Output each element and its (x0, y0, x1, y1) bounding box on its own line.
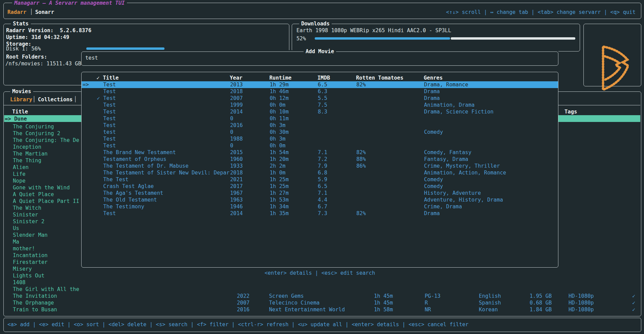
tab-collections[interactable]: Collections (38, 96, 73, 103)
result-cell-year: 0 (230, 142, 233, 149)
cell-certification: PG-13 (425, 293, 441, 299)
result-cell-genres: Drama (424, 95, 440, 102)
results-header-title: Title (103, 75, 119, 81)
library-list-item[interactable]: Alien (13, 164, 29, 171)
monitored-checkmark-icon: ✓ (632, 293, 635, 299)
library-list-item[interactable]: Sinister (13, 211, 38, 218)
result-cell-title: Test (103, 108, 116, 115)
result-cell-year: 2013 (230, 81, 243, 88)
cell-quality: HD-1080p (569, 306, 594, 313)
library-list-item[interactable]: Us (13, 225, 19, 232)
library-table-row[interactable]: 2022Screen Gems1h 45mPG-13English1.95 GB… (0, 293, 644, 299)
movies-tab-separator-1: │ (32, 96, 36, 103)
result-cell-year: 1933 (230, 163, 243, 169)
results-row[interactable]: Test20181h 46m6.3Drama (82, 88, 558, 95)
library-list-item[interactable]: Inception (13, 144, 41, 150)
result-cell-year: 2018 (230, 169, 243, 176)
library-list-item[interactable]: Sinister 2 (13, 218, 44, 225)
result-cell-runtime: 0h 30m (270, 129, 289, 135)
library-list-item[interactable]: Incantation (13, 252, 48, 259)
result-cell-year: 2021 (230, 176, 243, 183)
library-table-row[interactable]: 2016Next Entertainment World1h 58mNRKore… (0, 306, 644, 313)
library-list-item[interactable]: Slender Man (13, 232, 48, 238)
results-row[interactable]: The Testament of Sister New Devil: Depar… (82, 169, 558, 176)
results-row[interactable]: The Aga's Testament19671h 27m7.1History,… (82, 190, 558, 196)
stats-disk-label: Disk 1: 56% (6, 45, 41, 52)
library-list-item[interactable]: Gone with the Wind (13, 184, 70, 191)
results-row[interactable]: Testament of Orpheus19601h 20m7.288%Fant… (82, 156, 558, 163)
cell-year: 2016 (237, 306, 249, 313)
result-cell-genres: Crime, Drama (424, 203, 462, 210)
library-list-item[interactable]: Nope (13, 178, 25, 184)
result-cell-title: Test (103, 95, 116, 102)
results-row[interactable]: The Old Testament19631h 53m4.4Adventure,… (82, 196, 558, 203)
results-row[interactable]: The Brand New Testament20151h 54m7.182%C… (82, 149, 558, 156)
library-list-item[interactable]: The Conjuring (13, 123, 54, 130)
results-row[interactable]: Test00h 11m (82, 115, 558, 122)
library-list-item[interactable]: Firestarter (13, 259, 48, 266)
tab-sonarr[interactable]: Sonarr (35, 9, 54, 16)
result-cell-genres: Adventure, History, Drama (424, 196, 503, 203)
cell-certification: NR (425, 306, 431, 313)
library-list-item[interactable]: Ma (13, 238, 19, 245)
results-header-imdb: IMDB (317, 75, 330, 81)
library-list-item[interactable]: A Quiet Place Part II (13, 198, 79, 205)
results-row[interactable]: Crash Test Aglae20171h 25m6.5Comedy (82, 183, 558, 190)
result-cell-imdb: 5.9 (318, 176, 327, 183)
results-row[interactable]: Test20160h 3m (82, 122, 558, 129)
results-row[interactable]: Test20141h 35m7.382%Drama (82, 210, 558, 217)
result-cell-year: 1988 (230, 135, 243, 142)
results-row[interactable]: test00h 30mComedy (82, 129, 558, 135)
library-list-item[interactable]: Life (13, 171, 25, 178)
add-movie-popup: Add Movie test ✓TitleYearRuntimeIMDBRott… (81, 50, 558, 292)
cell-size: 1.95 GB (530, 293, 552, 299)
result-cell-title: Test (103, 122, 116, 129)
result-cell-title: Test (103, 142, 116, 149)
library-list-item[interactable]: The Witch (13, 205, 41, 211)
monitored-checkmark-icon: ✓ (632, 299, 635, 306)
cell-size: 0.68 GB (530, 299, 552, 306)
result-cell-title: test (103, 129, 116, 135)
results-row[interactable]: Test19880h 3m (82, 135, 558, 142)
result-cell-title: The Test (103, 176, 129, 183)
cell-language: English (479, 293, 501, 299)
result-cell-runtime: 0h 3m (270, 135, 286, 142)
library-list-item[interactable]: The Girl with All the (13, 286, 79, 293)
add-movie-search-input[interactable]: test (85, 55, 98, 61)
cell-quality: HD-1080p (569, 299, 594, 306)
library-list-item[interactable]: A Quiet Place (13, 191, 54, 198)
results-row[interactable]: The Testament of Dr. Mabuse19332h 2m7.98… (82, 163, 558, 169)
results-row[interactable]: Test20140h 10m8.3Drama, Science Fiction (82, 108, 558, 115)
tab-library[interactable]: Library (10, 96, 32, 103)
cell-studio: Next Entertainment World (269, 306, 345, 313)
library-list-item[interactable]: The Martian (13, 150, 48, 157)
results-row[interactable]: Test19990h 0m7.5Animation, Drama (82, 102, 558, 108)
result-cell-year: 2017 (230, 183, 243, 190)
result-cell-imdb: 7.2 (318, 156, 327, 163)
result-cell-runtime: 1h 25m (270, 176, 289, 183)
library-table-row[interactable]: 2007Telecinco Cinema1h 45mRSpanish0.68 G… (0, 299, 644, 306)
result-cell-rt: 82% (356, 149, 366, 156)
stats-rootfolders-label: Root Folders: (6, 54, 47, 60)
library-list-item[interactable]: Misery (13, 266, 32, 272)
library-list-item[interactable]: mother! (13, 245, 35, 252)
tab-radarr[interactable]: Radarr (7, 9, 26, 16)
results-row[interactable]: The Test20211h 25m5.9Comedy (82, 176, 558, 183)
results-row[interactable]: ✓Test20070h 12m5.5Drama (82, 95, 558, 102)
result-cell-year: 0 (230, 115, 233, 122)
result-cell-genres: Crime, Mystery, Thriller (424, 163, 500, 169)
results-row[interactable]: The Testimony19461h 34m6.7Crime, Drama (82, 203, 558, 210)
result-cell-runtime: 1h 25m (270, 183, 289, 190)
disk-usage-progressbar (86, 47, 164, 50)
checkmark-header-icon: ✓ (96, 75, 99, 81)
result-cell-title: Test (103, 88, 116, 95)
library-list-item[interactable]: The Conjuring: The De (13, 137, 79, 144)
library-list-item[interactable]: The Thing (13, 157, 41, 164)
library-list-item[interactable]: Lights Out (13, 272, 44, 279)
results-row[interactable]: Test00h 0m (82, 142, 558, 149)
results-row-selected[interactable]: =>Test20131h 29m6.582%Drama, Romance (82, 81, 558, 88)
library-list-item[interactable]: The Conjuring 2 (13, 130, 60, 137)
library-list-item[interactable]: 1408 (13, 279, 25, 286)
cell-year: 2007 (237, 299, 249, 306)
result-cell-imdb: 7.1 (318, 190, 327, 196)
